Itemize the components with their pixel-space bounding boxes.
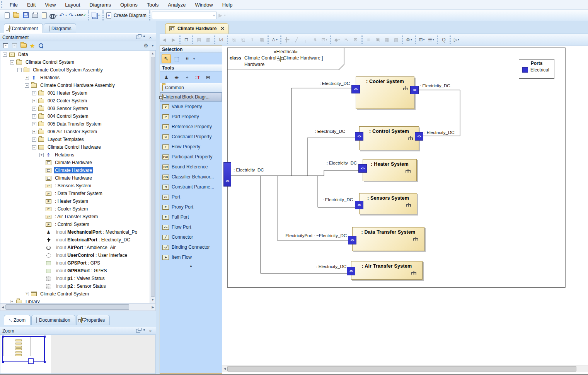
- tree-item[interactable]: inout GPRSPort : GPRS: [0, 267, 155, 275]
- run-simulation-button[interactable]: ▷▾: [452, 36, 461, 44]
- tree-item[interactable]: +005 Data Transfer System: [0, 120, 155, 128]
- redo-button[interactable]: ↷▾: [68, 11, 76, 20]
- settings-caret-icon[interactable]: ▾: [152, 44, 153, 48]
- close-panel-icon[interactable]: ×: [147, 328, 153, 334]
- tree-item[interactable]: +Library: [0, 298, 155, 303]
- run-button[interactable]: ▶▾: [217, 11, 226, 20]
- tab-containment[interactable]: Containment: [4, 23, 43, 33]
- menu-help[interactable]: Help: [218, 1, 237, 9]
- tree-item[interactable]: −Climate Control System Assembly: [0, 66, 155, 74]
- expand-icon[interactable]: +: [25, 76, 29, 80]
- tree-item[interactable]: −Climate Control Hardware Assembly: [0, 81, 155, 89]
- layout-2-button[interactable]: ▩: [383, 36, 391, 44]
- palette-item-port[interactable]: ▭Port: [160, 192, 222, 202]
- refactor-button[interactable]: ⊡▾: [320, 36, 329, 44]
- copy-button[interactable]: ⎘: [230, 36, 238, 44]
- tree-item[interactable]: +003 Sensor System: [0, 105, 155, 112]
- dropdown-caret-icon[interactable]: ▾: [224, 14, 226, 17]
- scroll-left-icon[interactable]: ◀: [0, 304, 5, 310]
- palette-item-constraint-parame-[interactable]: ⊓Constraint Parame...: [160, 182, 222, 192]
- tree-item[interactable]: +002 Cooler System: [0, 97, 155, 105]
- connector[interactable]: [277, 176, 348, 240]
- zoom-rect-handle[interactable]: [44, 361, 46, 363]
- related-elements-button[interactable]: ▦: [257, 36, 266, 44]
- zoom-rect-handle[interactable]: [44, 336, 46, 338]
- collapse-icon[interactable]: −: [32, 145, 36, 149]
- tree-item[interactable]: P: Sensors System: [0, 182, 155, 190]
- show-grid-button[interactable]: ⊞▾: [418, 36, 426, 44]
- dropdown-caret-icon[interactable]: ▾: [423, 38, 425, 41]
- tree-item[interactable]: inout GPSPort : GPS: [0, 259, 155, 267]
- tree-item[interactable]: inout p1 : Valves Status: [0, 275, 155, 282]
- tree-horizontal-scrollbar[interactable]: ◀ ▶: [0, 303, 156, 311]
- forward-button[interactable]: ▶: [169, 36, 178, 44]
- move-up-button[interactable]: ⇧: [248, 36, 257, 44]
- print-preview-button[interactable]: [40, 11, 48, 20]
- tree-item[interactable]: P: Data Transfer System: [0, 190, 155, 197]
- dropdown-caret-icon[interactable]: ▾: [326, 38, 327, 41]
- tree-item[interactable]: inout p2 : Sensor Status: [0, 282, 155, 290]
- transfer-project-button[interactable]: ▾: [91, 11, 100, 20]
- flow-port-heater-left[interactable]: <>: [358, 164, 367, 173]
- palette-item-proxy-port[interactable]: PProxy Port: [160, 202, 222, 212]
- dependency-matrix-button[interactable]: ♙▾: [270, 36, 279, 44]
- multi-select-tool[interactable]: ⠿: [182, 54, 192, 63]
- flow-port-cooler-left[interactable]: <>: [351, 85, 360, 93]
- layout-1-button[interactable]: ▣: [373, 36, 382, 44]
- create-diagram-button[interactable]: Create Diagram: [106, 11, 147, 20]
- block-sensors[interactable]: : Sensors System: [359, 193, 417, 214]
- scroll-up-icon[interactable]: ▲: [150, 51, 155, 56]
- expand-icon[interactable]: +: [25, 292, 29, 296]
- scroll-thumb[interactable]: [227, 366, 576, 372]
- connector[interactable]: [419, 90, 460, 136]
- palette-item-binding-connector[interactable]: =╱Binding Connector: [160, 242, 222, 252]
- undo-button[interactable]: ↶▾: [58, 11, 67, 20]
- connector[interactable]: [261, 176, 347, 273]
- tab-documentation[interactable]: Documentation: [31, 315, 75, 325]
- palette-item-constraint-property[interactable]: CConstraint Property: [160, 132, 222, 142]
- canvas-horizontal-scrollbar[interactable]: ◀: [222, 365, 588, 372]
- dropdown-caret-icon[interactable]: ▾: [65, 14, 67, 17]
- tree-item[interactable]: inout ElectricalPort : Electricity_DC: [0, 236, 155, 244]
- tree-item[interactable]: Climate Hardware: [0, 166, 155, 174]
- palette-item-bound-reference[interactable]: BRBound Reference: [160, 162, 222, 172]
- expand-icon[interactable]: +: [32, 99, 36, 103]
- lock-button[interactable]: ⊠: [351, 36, 360, 44]
- new-file-button[interactable]: [3, 11, 11, 20]
- save-project-button[interactable]: [21, 11, 30, 20]
- paint-mode-button[interactable]: ◆▾: [333, 36, 341, 44]
- tree-item[interactable]: ♟inout MechanicalPort : Mechanical_Po: [0, 228, 155, 236]
- zoom-viewport-rectangle[interactable]: [2, 336, 45, 362]
- vertical-splitter[interactable]: [156, 21, 160, 374]
- collapse-icon[interactable]: −: [10, 60, 14, 64]
- zoom-thumbnail[interactable]: ·: [0, 335, 51, 373]
- flow-port-cooler-right[interactable]: <>: [410, 86, 419, 94]
- tree-item[interactable]: +⇗Relations: [0, 74, 155, 81]
- close-panel-icon[interactable]: ×: [147, 35, 153, 40]
- zoom-rect-handle[interactable]: [2, 336, 4, 338]
- spell-check-button[interactable]: ABC✓: [77, 11, 85, 20]
- tree-item[interactable]: inout UserControl : User Interface: [0, 251, 155, 259]
- tree-item[interactable]: +006 Air Transfer System: [0, 128, 155, 136]
- zoom-rect-handle[interactable]: [2, 361, 4, 363]
- tree-item[interactable]: +Climate Control System: [0, 290, 155, 298]
- settings-gear-icon[interactable]: ⚙: [143, 42, 149, 49]
- dropdown-caret-icon[interactable]: ▾: [56, 14, 58, 17]
- palette-item-value-property[interactable]: VValue Property: [160, 102, 222, 112]
- scroll-left-icon[interactable]: ◀: [222, 366, 227, 372]
- palette-item-classifier-behavior-[interactable]: CBClassifier Behavior...: [160, 172, 222, 182]
- menu-diagrams[interactable]: Diagrams: [85, 1, 116, 9]
- block-data[interactable]: : Data Transfer System: [352, 227, 424, 251]
- paste-button[interactable]: ⎗: [239, 36, 247, 44]
- to-front-button[interactable]: ⇱: [342, 36, 351, 44]
- tab-properties[interactable]: Properties: [76, 315, 110, 325]
- toolbar-grip[interactable]: [1, 1, 4, 8]
- structure-map-tool[interactable]: ⊞: [203, 73, 213, 82]
- palette-item-reference-property[interactable]: RReference Property: [160, 122, 222, 132]
- tree-item[interactable]: Climate Hardware: [0, 159, 155, 166]
- tree-item[interactable]: P: Air Transfer System: [0, 213, 155, 221]
- layout-3-button[interactable]: ▨: [392, 36, 401, 44]
- palette-item-connector[interactable]: ╱Connector: [160, 232, 222, 242]
- dropdown-caret-icon[interactable]: ▾: [411, 38, 412, 41]
- pin-panel-icon[interactable]: [141, 35, 147, 40]
